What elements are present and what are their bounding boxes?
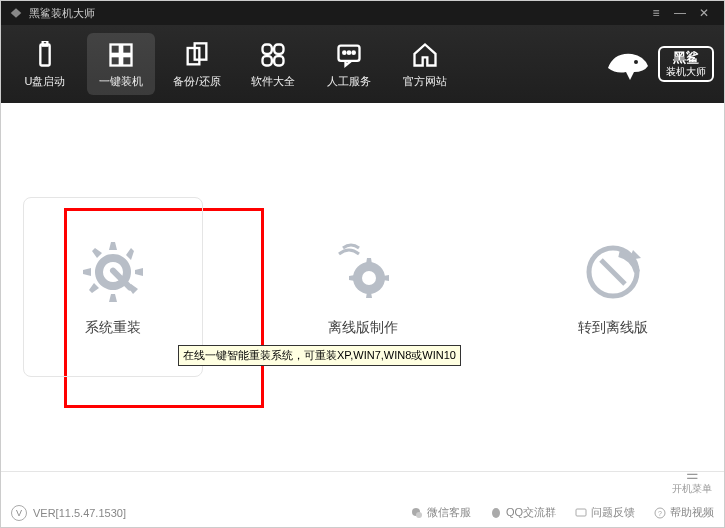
svg-point-13 (343, 51, 345, 53)
windows-icon (106, 40, 136, 70)
chat-icon (334, 40, 364, 70)
brand-text: 黑鲨 装机大师 (658, 46, 714, 82)
help-icon: ? (653, 506, 667, 520)
qq-group-link[interactable]: QQ交流群 (489, 505, 556, 520)
shark-icon (604, 42, 652, 86)
apps-icon (258, 40, 288, 70)
copy-icon (182, 40, 212, 70)
svg-point-15 (353, 51, 355, 53)
nav-label: 官方网站 (403, 74, 447, 89)
app-window: 黑鲨装机大师 ≡ — ✕ U盘启动 一键装机 备份/还原 (0, 0, 725, 528)
version-text: VER[11.5.47.1530] (33, 507, 126, 519)
card-label: 离线版制作 (328, 319, 398, 337)
boot-menu-button[interactable]: ☰ 开机菜单 (672, 467, 712, 496)
nav-software[interactable]: 软件大全 (239, 33, 307, 95)
feedback-icon (574, 506, 588, 520)
card-label: 转到离线版 (578, 319, 648, 337)
nav-label: 软件大全 (251, 74, 295, 89)
svg-rect-8 (263, 44, 272, 53)
qq-icon (489, 506, 503, 520)
link-label: QQ交流群 (506, 505, 556, 520)
nav-label: 备份/还原 (173, 74, 220, 89)
main-toolbar: U盘启动 一键装机 备份/还原 软件大全 人工服务 (1, 25, 724, 103)
svg-rect-25 (576, 509, 586, 516)
card-label: 系统重装 (85, 319, 141, 337)
boot-menu-label: 开机菜单 (672, 482, 712, 496)
offline-gear-icon (328, 237, 398, 307)
wechat-support-link[interactable]: 微信客服 (410, 505, 471, 520)
card-goto-offline[interactable]: 转到离线版 (523, 197, 703, 377)
link-label: 微信客服 (427, 505, 471, 520)
gear-wrench-icon (78, 237, 148, 307)
svg-point-24 (492, 508, 500, 518)
window-title: 黑鲨装机大师 (29, 6, 95, 21)
nav-udisk-boot[interactable]: U盘启动 (11, 33, 79, 95)
svg-rect-9 (274, 44, 283, 53)
svg-point-23 (416, 512, 422, 518)
svg-rect-4 (111, 56, 120, 65)
nav-label: 一键装机 (99, 74, 143, 89)
help-video-link[interactable]: ? 帮助视频 (653, 505, 714, 520)
link-label: 帮助视频 (670, 505, 714, 520)
nav-website[interactable]: 官方网站 (391, 33, 459, 95)
close-button[interactable]: ✕ (692, 3, 716, 23)
svg-rect-0 (40, 44, 49, 65)
brand-logo: 黑鲨 装机大师 (604, 42, 714, 86)
svg-rect-3 (122, 44, 131, 53)
svg-point-19 (362, 271, 376, 285)
home-icon (410, 40, 440, 70)
footer: ☰ 开机菜单 V VER[11.5.47.1530] 微信客服 QQ交流群 问题… (1, 471, 724, 527)
svg-point-14 (348, 51, 350, 53)
nav-label: 人工服务 (327, 74, 371, 89)
svg-point-16 (634, 60, 638, 64)
minimize-button[interactable]: — (668, 3, 692, 23)
wechat-icon (410, 506, 424, 520)
convert-icon (578, 237, 648, 307)
svg-rect-10 (263, 56, 272, 65)
brand-line1: 黑鲨 (666, 50, 706, 66)
menu-button[interactable]: ≡ (644, 3, 668, 23)
nav-label: U盘启动 (25, 74, 66, 89)
tooltip: 在线一键智能重装系统，可重装XP,WIN7,WIN8或WIN10 (178, 345, 461, 366)
nav-backup-restore[interactable]: 备份/还原 (163, 33, 231, 95)
app-icon (9, 6, 23, 20)
title-bar: 黑鲨装机大师 ≡ — ✕ (1, 1, 724, 25)
nav-one-click-install[interactable]: 一键装机 (87, 33, 155, 95)
svg-rect-2 (111, 44, 120, 53)
svg-rect-11 (274, 56, 283, 65)
nav-support[interactable]: 人工服务 (315, 33, 383, 95)
feedback-link[interactable]: 问题反馈 (574, 505, 635, 520)
card-system-reinstall[interactable]: 系统重装 (23, 197, 203, 377)
content-area: 系统重装 离线版制作 转到离线版 在线一键智能重装系统，可重装XP,WIN7,W… (1, 103, 724, 471)
link-label: 问题反馈 (591, 505, 635, 520)
brand-line2: 装机大师 (666, 66, 706, 78)
svg-text:?: ? (658, 510, 662, 517)
svg-rect-5 (122, 56, 131, 65)
usb-icon (30, 40, 60, 70)
version-icon: V (11, 505, 27, 521)
